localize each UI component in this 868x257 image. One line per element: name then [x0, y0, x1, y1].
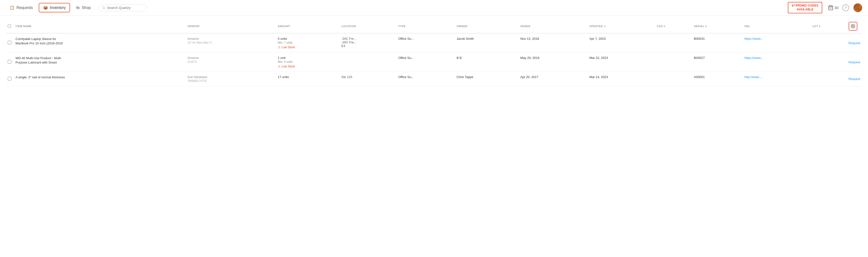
table-row: WD-40 Multi-Use Product - Multi-Purpose …	[6, 53, 862, 72]
nav-inventory[interactable]: 📦 Inventory	[39, 3, 70, 12]
main-header: 📋 Requests 📦 Inventory 🛍 Shop 🏷 PROMO CO…	[0, 0, 868, 16]
cart-icon	[828, 5, 833, 10]
row3-location: Ste 125	[340, 72, 397, 86]
svg-point-4	[852, 26, 854, 27]
th-location: LOCATION	[340, 20, 397, 33]
svg-point-0	[102, 6, 104, 8]
row2-serial: B00027	[692, 53, 742, 72]
promo-line1: PROMO CODES	[796, 4, 818, 7]
row2-request-cell: Request	[847, 53, 862, 72]
row1-item-name: Comfyable Laptop Sleeve for MacBook Pro …	[13, 33, 186, 53]
row2-lot	[810, 53, 846, 72]
shop-icon: 🛍	[76, 6, 80, 10]
row2-vendor: Amazon 110071	[186, 53, 276, 72]
row2-item-name: WD-40 Multi-Use Product - Multi-Purpose …	[13, 53, 186, 72]
row2-location	[340, 53, 397, 72]
th-vendor: VENDOR	[186, 20, 276, 33]
row1-lot	[810, 33, 846, 53]
row1-checkbox[interactable]	[8, 41, 11, 45]
row3-item-name: A single, 3" nail of normal thickness	[13, 72, 186, 86]
row1-added: Nov 13, 2018	[519, 33, 588, 53]
avatar[interactable]	[854, 3, 862, 12]
row2-url-link[interactable]: https://www...	[744, 56, 763, 60]
search-icon	[102, 6, 105, 9]
row2-owner: B B	[455, 53, 518, 72]
cart-count: 30	[834, 6, 838, 10]
promo-line2: AVAILABLE	[797, 8, 813, 11]
row1-url-link[interactable]: https://www...	[744, 37, 763, 40]
low-stock-icon-2: ⚠	[278, 64, 281, 68]
row2-added: May 29, 2018	[519, 53, 588, 72]
row3-vendor: Ace Hardware 764666174702	[186, 72, 276, 86]
row1-serial: B00031	[692, 33, 742, 53]
th-added: ADDED	[519, 20, 588, 33]
nav-shop[interactable]: 🛍 Shop	[72, 4, 94, 12]
table-row: Comfyable Laptop Sleeve for MacBook Pro …	[6, 33, 862, 53]
row2-amount: 1 unit Min: 5 units ⚠ Low Stock	[276, 53, 340, 72]
promo-codes-button[interactable]: 🏷 PROMO CODES AVAILABLE	[788, 2, 823, 13]
inventory-table: ITEM NAME VENDOR AMOUNT LOCATION TYPE OW…	[6, 20, 862, 86]
row3-type: Office Su...	[396, 72, 455, 86]
row1-owner: Jacob Smith	[455, 33, 518, 53]
row3-lot	[810, 72, 846, 86]
cart-button[interactable]: 30	[828, 5, 838, 10]
nav-requests-label: Requests	[17, 6, 33, 10]
row1-cas	[655, 33, 692, 53]
requests-icon: 📋	[10, 5, 14, 10]
row1-amount: 5 units Min: 7 units ⚠ Low Stock	[276, 33, 340, 53]
sort-desc-icon: ▼	[603, 25, 606, 28]
row2-low-stock-badge: ⚠ Low Stock	[278, 64, 338, 68]
row1-low-stock-badge: ⚠ Low Stock	[278, 45, 338, 49]
nav-shop-label: Shop	[82, 6, 91, 10]
th-checkbox	[6, 20, 13, 33]
row1-type: Office Su...	[396, 33, 455, 53]
svg-line-1	[104, 8, 104, 9]
row3-request-cell: Request	[847, 72, 862, 86]
row3-updated: Mar 14, 2023	[588, 72, 655, 86]
gear-icon	[851, 24, 855, 28]
th-owner: OWNER	[455, 20, 518, 33]
gear-settings-button[interactable]	[848, 22, 857, 31]
row1-updated: Apr 7, 2023	[588, 33, 655, 53]
th-updated[interactable]: UPDATED ▼	[588, 20, 655, 33]
th-type: TYPE	[396, 20, 455, 33]
promo-icon: 🏷	[792, 4, 795, 7]
th-amount: AMOUNT	[276, 20, 340, 33]
row2-checkbox-cell	[6, 53, 13, 72]
th-lot: LOT #	[810, 20, 846, 33]
nav-inventory-label: Inventory	[50, 6, 66, 10]
row3-amount: 17 units	[276, 72, 340, 86]
inventory-icon: 📦	[43, 5, 48, 10]
low-stock-icon: ⚠	[278, 45, 281, 49]
row3-url-link[interactable]: http://www....	[744, 75, 763, 79]
search-input[interactable]	[107, 6, 144, 10]
th-gear	[847, 20, 862, 33]
help-button[interactable]: ?	[842, 4, 849, 11]
row2-type: Office Su...	[396, 53, 455, 72]
row3-cas	[655, 72, 692, 86]
row3-checkbox[interactable]	[8, 77, 11, 81]
row3-owner: Chris Tappe	[455, 72, 518, 86]
inventory-table-container: ITEM NAME VENDOR AMOUNT LOCATION TYPE OW…	[0, 16, 868, 90]
svg-point-3	[857, 6, 859, 8]
search-box[interactable]	[99, 4, 147, 11]
row1-request-link[interactable]: Request	[848, 41, 860, 45]
table-header-row: ITEM NAME VENDOR AMOUNT LOCATION TYPE OW…	[6, 20, 862, 33]
row2-checkbox[interactable]	[8, 60, 11, 63]
row3-request-link[interactable]: Request	[848, 77, 860, 81]
row1-checkbox-cell	[6, 33, 13, 53]
row2-url: https://www...	[743, 53, 811, 72]
row1-url: https://www...	[743, 33, 811, 53]
row2-request-link[interactable]: Request	[848, 60, 860, 64]
th-url: URL	[743, 20, 811, 33]
nav-requests[interactable]: 📋 Requests	[6, 3, 37, 12]
th-cas: CAS #	[655, 20, 692, 33]
row1-vendor: Amazon 15" for New Mac P...	[186, 33, 276, 53]
select-all-checkbox[interactable]	[8, 25, 11, 28]
th-item-name: ITEM NAME	[13, 20, 186, 33]
row3-added: Apr 20, 2017	[519, 72, 588, 86]
row3-checkbox-cell	[6, 72, 13, 86]
row2-updated: Mar 22, 2023	[588, 53, 655, 72]
row3-serial: A00001	[692, 72, 742, 86]
row3-url: http://www....	[743, 72, 811, 86]
